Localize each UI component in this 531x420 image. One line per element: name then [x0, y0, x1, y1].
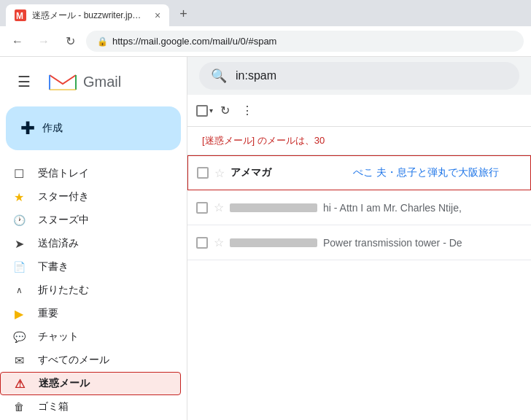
gmail-logo-text: Gmail: [83, 74, 121, 90]
fold-label: 折りたたむ: [38, 284, 89, 297]
sidebar-item-fold[interactable]: ∧ 折りたたむ: [0, 279, 175, 302]
star-icon-1[interactable]: ☆: [214, 166, 225, 180]
search-icon: 🔍: [211, 68, 227, 84]
sidebar-item-chat[interactable]: 💬 チャット: [0, 325, 175, 349]
tab-favicon: M: [15, 9, 26, 21]
sidebar-item-trash[interactable]: 🗑 ゴミ箱: [0, 395, 175, 419]
search-bar-area: 🔍 in:spam: [187, 57, 531, 95]
email-checkbox-1[interactable]: [197, 167, 209, 179]
select-all-checkbox[interactable]: [196, 105, 208, 117]
email-snippet-2: hi - Attn I am Mr. Charles Ntije,: [323, 202, 522, 214]
chat-label: チャット: [38, 330, 79, 343]
lock-icon: 🔒: [97, 36, 108, 47]
sender-placeholder-3: [230, 238, 317, 247]
spam-notice-text: [迷惑メール] のメールは、30: [202, 135, 325, 146]
compose-plus-icon: ✚: [20, 118, 35, 139]
sender-placeholder-2: [230, 203, 317, 212]
email-row[interactable]: ☆ hi - Attn I am Mr. Charles Ntije,: [187, 190, 531, 225]
nav-bar: ← → ↻ 🔒 https://mail.google.com/mail/u/0…: [0, 26, 531, 57]
address-bar[interactable]: 🔒 https://mail.google.com/mail/u/0/#spam: [86, 31, 524, 52]
sidebar-item-spam[interactable]: ⚠ 迷惑メール: [0, 372, 181, 395]
active-tab[interactable]: M 迷惑メール - buzzwriter.jp@gmail... ×: [6, 4, 169, 26]
toolbar: ▾ ↻ ⋮: [187, 95, 531, 127]
sender-name-1: アメマガ: [230, 166, 347, 179]
inbox-label: 受信トレイ: [38, 167, 89, 180]
trash-label: ゴミ箱: [38, 400, 69, 413]
sidebar-item-starred[interactable]: ★ スター付き: [0, 185, 175, 209]
compose-btn[interactable]: ✚ 作成: [6, 106, 181, 150]
starred-icon: ★: [12, 190, 26, 204]
gmail-logo-svg: [48, 71, 77, 93]
more-toolbar-btn[interactable]: ⋮: [237, 99, 257, 122]
spam-icon: ⚠: [12, 377, 27, 391]
tab-title: 迷惑メール - buzzwriter.jp@gmail...: [32, 9, 149, 22]
sidebar-item-drafts[interactable]: 📄 下書き: [0, 255, 175, 279]
sidebar: ☰ Gmail ✚ 作成 ☐ 受信トレイ: [0, 57, 187, 420]
sent-icon: ➤: [12, 237, 26, 251]
sidebar-item-inbox[interactable]: ☐ 受信トレイ: [0, 162, 175, 185]
all-label: すべてのメール: [38, 354, 109, 367]
chat-icon: 💬: [12, 331, 26, 343]
checkbox-dropdown-icon[interactable]: ▾: [209, 106, 213, 114]
important-label: 重要: [38, 307, 58, 320]
star-icon-3[interactable]: ☆: [214, 236, 224, 249]
email-checkbox-3[interactable]: [196, 237, 208, 249]
sidebar-item-sent[interactable]: ➤ 送信済み: [0, 232, 175, 255]
address-text: https://mail.google.com/mail/u/0/#spam: [112, 36, 276, 47]
new-tab-btn[interactable]: +: [172, 2, 195, 26]
email-row[interactable]: ☆ アメマガ ぺこ 夫・息子と弾丸で大阪旅行: [187, 155, 531, 190]
back-btn[interactable]: ←: [7, 31, 28, 52]
search-text: in:spam: [236, 69, 276, 82]
email-list: [迷惑メール] のメールは、30 ☆ アメマガ ぺこ 夫・息子と弾丸で大阪旅行 …: [187, 127, 531, 420]
gmail-header: ☰ Gmail: [0, 63, 187, 101]
gmail-container: ☰ Gmail ✚ 作成 ☐ 受信トレイ: [0, 57, 531, 420]
sidebar-item-all[interactable]: ✉ すべてのメール: [0, 349, 175, 372]
inbox-icon: ☐: [12, 167, 26, 181]
main-content: 🔍 in:spam ▾ ↻ ⋮ [迷惑メール] のメールは、30 ☆ アメマガ: [187, 57, 531, 420]
snoozed-icon: 🕐: [12, 214, 26, 226]
email-snippet-1: ぺこ 夫・息子と弾丸で大阪旅行: [353, 166, 522, 179]
spam-notice: [迷惑メール] のメールは、30: [187, 127, 531, 155]
tab-close-btn[interactable]: ×: [155, 9, 160, 21]
svg-text:M: M: [16, 11, 23, 21]
sidebar-item-important[interactable]: ▶ 重要: [0, 302, 175, 325]
trash-icon: 🗑: [12, 401, 26, 413]
hamburger-btn[interactable]: ☰: [12, 67, 36, 96]
compose-label: 作成: [42, 122, 63, 135]
star-icon-2[interactable]: ☆: [214, 201, 224, 214]
email-snippet-3: Power transmission tower - De: [323, 237, 522, 249]
search-box[interactable]: 🔍 in:spam: [199, 62, 519, 90]
drafts-label: 下書き: [38, 260, 69, 273]
select-all-wrap[interactable]: ▾: [196, 105, 213, 117]
spam-label: 迷惑メール: [39, 377, 90, 390]
forward-btn[interactable]: →: [34, 31, 54, 52]
gmail-logo: Gmail: [48, 71, 121, 93]
hamburger-icon: ☰: [18, 74, 31, 90]
sidebar-item-snoozed[interactable]: 🕐 スヌーズ中: [0, 209, 175, 232]
tab-bar: M 迷惑メール - buzzwriter.jp@gmail... × +: [0, 0, 531, 26]
fold-icon: ∧: [12, 285, 26, 295]
drafts-icon: 📄: [12, 261, 26, 273]
starred-label: スター付き: [38, 190, 89, 203]
snoozed-label: スヌーズ中: [38, 214, 89, 227]
all-icon: ✉: [12, 354, 26, 368]
important-icon: ▶: [12, 307, 26, 321]
email-checkbox-2[interactable]: [196, 202, 208, 214]
refresh-btn[interactable]: ↻: [60, 31, 80, 52]
browser-chrome: M 迷惑メール - buzzwriter.jp@gmail... × + ← →…: [0, 0, 531, 57]
refresh-toolbar-btn[interactable]: ↻: [216, 99, 234, 122]
sent-label: 送信済み: [38, 237, 79, 250]
email-row[interactable]: ☆ Power transmission tower - De: [187, 225, 531, 260]
